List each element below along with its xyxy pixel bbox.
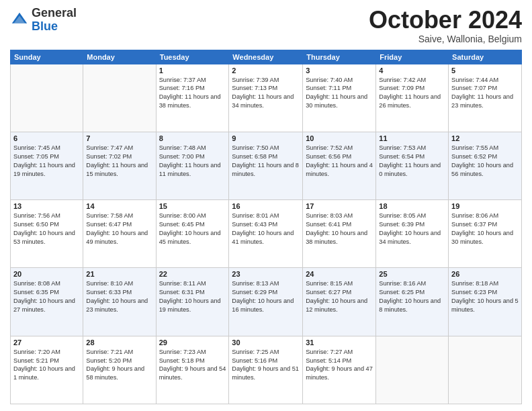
day-cell: 28Sunrise: 7:21 AM Sunset: 5:20 PM Dayli… [83,336,156,404]
day-number: 30 [232,338,300,347]
week-row-5: 27Sunrise: 7:20 AM Sunset: 5:21 PM Dayli… [11,336,522,404]
day-number: 2 [232,66,300,75]
day-cell: 10Sunrise: 7:52 AM Sunset: 6:56 PM Dayli… [303,132,376,199]
day-cell: 21Sunrise: 8:10 AM Sunset: 6:33 PM Dayli… [83,268,156,336]
day-number: 18 [379,202,445,210]
weekday-header-row: SundayMondayTuesdayWednesdayThursdayFrid… [11,50,522,64]
day-number: 14 [86,202,152,210]
day-number: 4 [379,66,445,75]
day-cell: 9Sunrise: 7:50 AM Sunset: 6:58 PM Daylig… [229,132,303,199]
day-cell [449,336,522,404]
day-cell: 4Sunrise: 7:42 AM Sunset: 7:09 PM Daylig… [376,64,449,132]
day-number: 31 [306,338,373,347]
day-info: Sunrise: 7:56 AM Sunset: 6:50 PM Dayligh… [13,212,80,246]
day-cell [376,336,449,404]
day-cell: 30Sunrise: 7:25 AM Sunset: 5:16 PM Dayli… [229,336,303,404]
day-cell: 25Sunrise: 8:16 AM Sunset: 6:25 PM Dayli… [376,268,449,336]
day-number: 16 [232,202,300,210]
day-info: Sunrise: 7:21 AM Sunset: 5:20 PM Dayligh… [86,348,152,383]
subtitle: Saive, Wallonia, Belgium [369,34,522,44]
day-number: 23 [232,270,300,278]
calendar-table: SundayMondayTuesdayWednesdayThursdayFrid… [10,50,522,404]
weekday-header-friday: Friday [376,50,449,64]
day-cell: 12Sunrise: 7:55 AM Sunset: 6:52 PM Dayli… [449,132,522,199]
day-info: Sunrise: 7:40 AM Sunset: 7:11 PM Dayligh… [306,76,373,111]
day-cell: 13Sunrise: 7:56 AM Sunset: 6:50 PM Dayli… [11,200,83,268]
day-info: Sunrise: 7:55 AM Sunset: 6:52 PM Dayligh… [451,144,519,179]
day-number: 12 [451,134,519,142]
logo-icon [10,11,29,30]
week-row-3: 13Sunrise: 7:56 AM Sunset: 6:50 PM Dayli… [11,200,522,268]
day-number: 3 [306,66,373,75]
day-info: Sunrise: 7:42 AM Sunset: 7:09 PM Dayligh… [379,76,445,111]
day-cell [83,64,156,132]
day-cell [11,64,83,132]
day-number: 6 [13,134,80,142]
day-cell: 24Sunrise: 8:15 AM Sunset: 6:27 PM Dayli… [303,268,376,336]
weekday-header-saturday: Saturday [449,50,522,64]
day-info: Sunrise: 8:06 AM Sunset: 6:37 PM Dayligh… [451,212,519,246]
day-cell: 31Sunrise: 7:27 AM Sunset: 5:14 PM Dayli… [303,336,376,404]
day-cell: 15Sunrise: 8:00 AM Sunset: 6:45 PM Dayli… [156,200,229,268]
day-cell: 11Sunrise: 7:53 AM Sunset: 6:54 PM Dayli… [376,132,449,199]
day-cell: 18Sunrise: 8:05 AM Sunset: 6:39 PM Dayli… [376,200,449,268]
day-info: Sunrise: 8:08 AM Sunset: 6:35 PM Dayligh… [13,279,80,314]
day-cell: 19Sunrise: 8:06 AM Sunset: 6:37 PM Dayli… [449,200,522,268]
day-cell: 20Sunrise: 8:08 AM Sunset: 6:35 PM Dayli… [11,268,83,336]
day-info: Sunrise: 8:05 AM Sunset: 6:39 PM Dayligh… [379,212,445,246]
month-title: October 2024 [369,7,522,34]
day-info: Sunrise: 7:37 AM Sunset: 7:16 PM Dayligh… [159,76,226,111]
day-info: Sunrise: 8:01 AM Sunset: 6:43 PM Dayligh… [232,212,300,246]
day-cell: 5Sunrise: 7:44 AM Sunset: 7:07 PM Daylig… [449,64,522,132]
day-cell: 22Sunrise: 8:11 AM Sunset: 6:31 PM Dayli… [156,268,229,336]
day-number: 26 [451,270,519,278]
day-info: Sunrise: 8:18 AM Sunset: 6:23 PM Dayligh… [451,279,519,314]
day-number: 28 [86,338,152,347]
weekday-header-tuesday: Tuesday [156,50,229,64]
day-number: 8 [159,134,226,142]
day-info: Sunrise: 7:52 AM Sunset: 6:56 PM Dayligh… [306,144,373,179]
day-info: Sunrise: 8:10 AM Sunset: 6:33 PM Dayligh… [86,279,152,314]
day-number: 1 [159,66,226,75]
day-number: 11 [379,134,445,142]
day-cell: 7Sunrise: 7:47 AM Sunset: 7:02 PM Daylig… [83,132,156,199]
day-number: 21 [86,270,152,278]
day-info: Sunrise: 7:50 AM Sunset: 6:58 PM Dayligh… [232,144,300,179]
week-row-2: 6Sunrise: 7:45 AM Sunset: 7:05 PM Daylig… [11,132,522,199]
day-cell: 29Sunrise: 7:23 AM Sunset: 5:18 PM Dayli… [156,336,229,404]
day-number: 13 [13,202,80,210]
day-cell: 6Sunrise: 7:45 AM Sunset: 7:05 PM Daylig… [11,132,83,199]
day-cell: 2Sunrise: 7:39 AM Sunset: 7:13 PM Daylig… [229,64,303,132]
day-number: 29 [159,338,226,347]
day-number: 24 [306,270,373,278]
day-info: Sunrise: 8:11 AM Sunset: 6:31 PM Dayligh… [159,279,226,314]
logo-general-text: General [32,6,77,19]
day-info: Sunrise: 7:45 AM Sunset: 7:05 PM Dayligh… [13,144,80,179]
day-info: Sunrise: 7:23 AM Sunset: 5:18 PM Dayligh… [159,348,226,383]
day-info: Sunrise: 7:44 AM Sunset: 7:07 PM Dayligh… [451,76,519,111]
day-number: 17 [306,202,373,210]
logo-text: General Blue [32,7,77,34]
day-number: 15 [159,202,226,210]
day-info: Sunrise: 7:53 AM Sunset: 6:54 PM Dayligh… [379,144,445,179]
day-info: Sunrise: 7:58 AM Sunset: 6:47 PM Dayligh… [86,212,152,246]
day-cell: 1Sunrise: 7:37 AM Sunset: 7:16 PM Daylig… [156,64,229,132]
day-info: Sunrise: 7:20 AM Sunset: 5:21 PM Dayligh… [13,348,80,383]
day-info: Sunrise: 8:00 AM Sunset: 6:45 PM Dayligh… [159,212,226,246]
week-row-4: 20Sunrise: 8:08 AM Sunset: 6:35 PM Dayli… [11,268,522,336]
day-info: Sunrise: 7:47 AM Sunset: 7:02 PM Dayligh… [86,144,152,179]
day-number: 25 [379,270,445,278]
day-cell: 16Sunrise: 8:01 AM Sunset: 6:43 PM Dayli… [229,200,303,268]
day-cell: 23Sunrise: 8:13 AM Sunset: 6:29 PM Dayli… [229,268,303,336]
weekday-header-monday: Monday [83,50,156,64]
day-cell: 27Sunrise: 7:20 AM Sunset: 5:21 PM Dayli… [11,336,83,404]
day-info: Sunrise: 7:25 AM Sunset: 5:16 PM Dayligh… [232,348,300,383]
day-number: 7 [86,134,152,142]
day-number: 5 [451,66,519,75]
header: General Blue October 2024 Saive, Walloni… [10,7,522,44]
day-cell: 3Sunrise: 7:40 AM Sunset: 7:11 PM Daylig… [303,64,376,132]
day-info: Sunrise: 8:16 AM Sunset: 6:25 PM Dayligh… [379,279,445,314]
day-number: 10 [306,134,373,142]
day-number: 22 [159,270,226,278]
title-block: October 2024 Saive, Wallonia, Belgium [369,7,522,44]
